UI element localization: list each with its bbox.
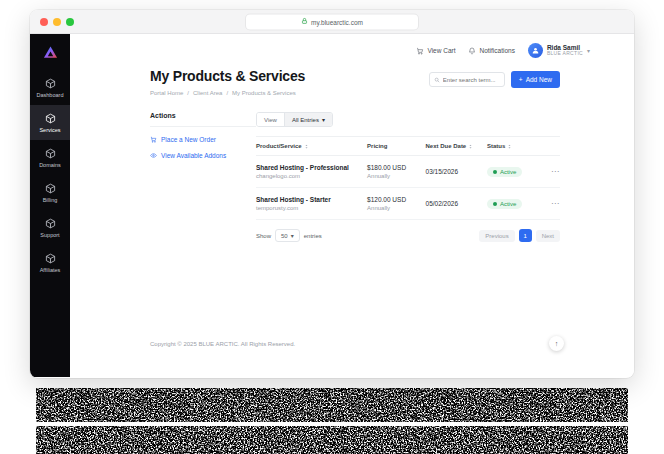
current-page-button[interactable]: 1 [519,229,532,242]
sidebar-item-support[interactable]: Support [30,210,70,245]
copyright-text: Copyright © 2025 BLUE ARCTIC. All Rights… [150,341,295,347]
view-addons-link[interactable]: View Available Addons [150,152,256,159]
breadcrumb-client-area[interactable]: Client Area [193,90,222,96]
sidebar-item-label: Billing [43,197,58,203]
notifications-label: Notifications [479,47,514,54]
sort-icon[interactable] [304,144,309,149]
user-org: BLUE ARCTIC [547,51,583,57]
sidebar-item-domains[interactable]: Domains [30,140,70,175]
scroll-to-top-button[interactable]: ↑ [549,336,564,351]
main-content: View Cart Notifications Rida Samil BLUE … [70,34,634,377]
sort-icon[interactable] [468,144,473,149]
row-actions-button[interactable]: ⋯ [542,199,560,208]
pagination: Previous 1 Next [479,229,560,242]
sidebar-item-billing[interactable]: Billing [30,175,70,210]
page-title: My Products & Services [150,68,305,84]
entries-count-dropdown[interactable]: 50 ▾ [275,229,300,242]
sidebar-item-dashboard[interactable]: Dashboard [30,70,70,105]
view-filter-value: All Entries [292,117,319,123]
next-page-button[interactable]: Next [536,230,560,242]
chevron-down-icon: ▾ [322,116,325,123]
product-price: $180.00 USD [367,164,425,171]
minimize-window-button[interactable] [53,18,61,26]
cart-icon [416,47,424,55]
browser-titlebar: my.bluearctic.com [30,10,634,34]
close-window-button[interactable] [40,18,48,26]
place-new-order-link[interactable]: Place a New Order [150,136,256,143]
browser-window: my.bluearctic.com Dashboard [30,10,634,378]
support-icon [45,218,56,229]
user-icon [531,46,540,55]
product-price: $120.00 USD [367,196,425,203]
column-next-due-date[interactable]: Next Due Date [426,143,487,149]
place-new-order-label: Place a New Order [161,136,216,143]
status-dot [493,202,497,206]
services-table: View All Entries ▾ Product/Service [256,112,560,242]
search-icon [434,77,440,83]
dashboard-icon [45,78,56,89]
sidebar-item-label: Dashboard [37,92,64,98]
view-cart-link[interactable]: View Cart [416,47,455,55]
entries-per-page: Show 50 ▾ entries [256,229,322,242]
search-input[interactable] [443,77,500,83]
status-label: Active [500,169,516,175]
services-icon [45,113,56,124]
table-row[interactable]: Shared Hosting - Starter temporusty.com … [256,188,560,220]
entries-label: entries [304,233,322,239]
table-header: Product/Service Pricing Next Due Date St… [256,136,560,156]
breadcrumb: Portal Home / Client Area / My Products … [150,90,305,96]
sidebar-item-label: Services [39,127,60,133]
sidebar-item-affiliates[interactable]: Affiliates [30,245,70,280]
bell-icon [468,47,476,55]
eye-icon [150,152,157,159]
cart-icon [150,136,157,143]
bluearctic-logo-icon [43,45,58,60]
logo[interactable] [30,34,70,70]
billing-cycle: Annually [367,173,425,179]
arrow-up-icon: ↑ [555,340,559,347]
actions-title: Actions [150,112,256,127]
view-cart-label: View Cart [427,47,455,54]
breadcrumb-home[interactable]: Portal Home [150,90,183,96]
column-pricing[interactable]: Pricing [367,143,425,149]
noise-texture [30,388,634,454]
avatar [528,43,543,58]
add-new-label: Add New [526,76,552,83]
status-badge: Active [487,199,522,209]
previous-page-button[interactable]: Previous [479,230,514,242]
row-actions-button[interactable]: ⋯ [542,167,560,176]
table-row[interactable]: Shared Hosting - Professional changelogo… [256,156,560,188]
billing-cycle: Annually [367,205,425,211]
domains-icon [45,148,56,159]
status-label: Active [500,201,516,207]
chevron-down-icon: ▾ [291,232,294,239]
view-addons-label: View Available Addons [161,152,226,159]
column-status[interactable]: Status [487,143,543,149]
view-filter-dropdown[interactable]: All Entries ▾ [284,113,332,126]
sort-icon[interactable] [507,144,512,149]
product-domain: changelogo.com [256,173,367,179]
breadcrumb-separator: / [187,90,189,96]
billing-icon [45,183,56,194]
address-bar[interactable]: my.bluearctic.com [246,14,418,29]
sidebar-item-label: Affiliates [40,267,61,273]
add-new-button[interactable]: + Add New [511,71,560,88]
lock-icon [301,18,308,26]
sidebar-item-services[interactable]: Services [30,105,70,140]
notifications-link[interactable]: Notifications [468,47,514,55]
affiliates-icon [45,253,56,264]
product-name: Shared Hosting - Starter [256,196,367,203]
status-dot [493,170,497,174]
user-menu[interactable]: Rida Samil BLUE ARCTIC ▾ [528,43,590,58]
address-bar-url: my.bluearctic.com [311,18,363,25]
column-product-service[interactable]: Product/Service [256,143,367,149]
view-filter[interactable]: View All Entries ▾ [256,112,333,127]
plus-icon: + [519,76,523,83]
show-label: Show [256,233,271,239]
zoom-window-button[interactable] [66,18,74,26]
product-domain: temporusty.com [256,205,367,211]
breadcrumb-current: My Products & Services [232,90,296,96]
top-actions: View Cart Notifications Rida Samil BLUE … [416,43,590,58]
view-filter-label: View [257,113,284,126]
sidebar-item-label: Domains [39,162,61,168]
